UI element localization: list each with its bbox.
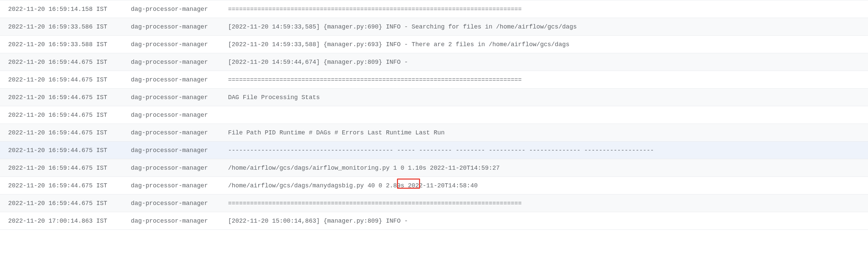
log-timestamp: 2022-11-20 16:59:44.675 IST <box>0 89 131 106</box>
log-source: dag-processor-manager <box>131 142 228 159</box>
log-source: dag-processor-manager <box>131 36 228 53</box>
highlight-box <box>397 179 420 189</box>
log-row[interactable]: 2022-11-20 16:59:44.675 ISTdag-processor… <box>0 89 868 106</box>
log-message: [2022-11-20 14:59:33,585] {manager.py:69… <box>228 19 868 35</box>
log-row[interactable]: 2022-11-20 16:59:44.675 ISTdag-processor… <box>0 106 868 124</box>
log-message: [2022-11-20 14:59:33,588] {manager.py:69… <box>228 36 868 53</box>
log-timestamp: 2022-11-20 16:59:44.675 IST <box>0 160 131 176</box>
log-row[interactable]: 2022-11-20 16:59:33.588 ISTdag-processor… <box>0 36 868 53</box>
log-source: dag-processor-manager <box>131 54 228 70</box>
log-message: [2022-11-20 15:00:14,863] {manager.py:80… <box>228 213 868 229</box>
log-timestamp: 2022-11-20 16:59:33.586 IST <box>0 19 131 35</box>
log-row[interactable]: 2022-11-20 16:59:44.675 ISTdag-processor… <box>0 53 868 71</box>
log-message: ----------------------------------------… <box>228 142 868 159</box>
log-timestamp: 2022-11-20 16:59:44.675 IST <box>0 72 131 88</box>
log-message: /home/airflow/gcs/dags/airflow_monitorin… <box>228 160 868 176</box>
log-source: dag-processor-manager <box>131 195 228 211</box>
log-row[interactable]: 2022-11-20 16:59:44.675 ISTdag-processor… <box>0 177 868 194</box>
log-timestamp: 2022-11-20 16:59:33.588 IST <box>0 36 131 53</box>
log-message: DAG File Processing Stats <box>228 89 868 106</box>
log-source: dag-processor-manager <box>131 107 228 123</box>
log-row[interactable]: 2022-11-20 16:59:44.675 ISTdag-processor… <box>0 124 868 142</box>
log-timestamp: 2022-11-20 16:59:44.675 IST <box>0 125 131 141</box>
log-message: ========================================… <box>228 1 868 17</box>
log-source: dag-processor-manager <box>131 160 228 176</box>
log-timestamp: 2022-11-20 16:59:44.675 IST <box>0 142 131 159</box>
log-message <box>228 110 868 120</box>
log-source: dag-processor-manager <box>131 1 228 17</box>
log-source: dag-processor-manager <box>131 125 228 141</box>
log-row[interactable]: 2022-11-20 16:59:14.158 ISTdag-processor… <box>0 0 868 18</box>
log-message: ========================================… <box>228 195 868 211</box>
log-row[interactable]: 2022-11-20 16:59:44.675 ISTdag-processor… <box>0 194 868 212</box>
log-row[interactable]: 2022-11-20 16:59:44.675 ISTdag-processor… <box>0 159 868 177</box>
log-row[interactable]: 2022-11-20 17:00:14.863 ISTdag-processor… <box>0 212 868 230</box>
log-source: dag-processor-manager <box>131 89 228 106</box>
log-source: dag-processor-manager <box>131 72 228 88</box>
log-timestamp: 2022-11-20 16:59:14.158 IST <box>0 1 131 17</box>
log-row[interactable]: 2022-11-20 16:59:44.675 ISTdag-processor… <box>0 142 868 159</box>
log-source: dag-processor-manager <box>131 19 228 35</box>
log-timestamp: 2022-11-20 16:59:44.675 IST <box>0 178 131 194</box>
log-message: ========================================… <box>228 72 868 88</box>
log-row[interactable]: 2022-11-20 16:59:33.586 ISTdag-processor… <box>0 18 868 36</box>
log-message: [2022-11-20 14:59:44,674] {manager.py:80… <box>228 54 868 70</box>
log-timestamp: 2022-11-20 16:59:44.675 IST <box>0 107 131 123</box>
log-table: 2022-11-20 16:59:14.158 ISTdag-processor… <box>0 0 868 230</box>
log-timestamp: 2022-11-20 17:00:14.863 IST <box>0 213 131 229</box>
log-message: File Path PID Runtime # DAGs # Errors La… <box>228 125 868 141</box>
log-source: dag-processor-manager <box>131 178 228 194</box>
log-row[interactable]: 2022-11-20 16:59:44.675 ISTdag-processor… <box>0 71 868 89</box>
log-timestamp: 2022-11-20 16:59:44.675 IST <box>0 54 131 70</box>
log-source: dag-processor-manager <box>131 213 228 229</box>
log-timestamp: 2022-11-20 16:59:44.675 IST <box>0 195 131 211</box>
log-message: /home/airflow/gcs/dags/manydagsbig.py 40… <box>228 178 868 194</box>
